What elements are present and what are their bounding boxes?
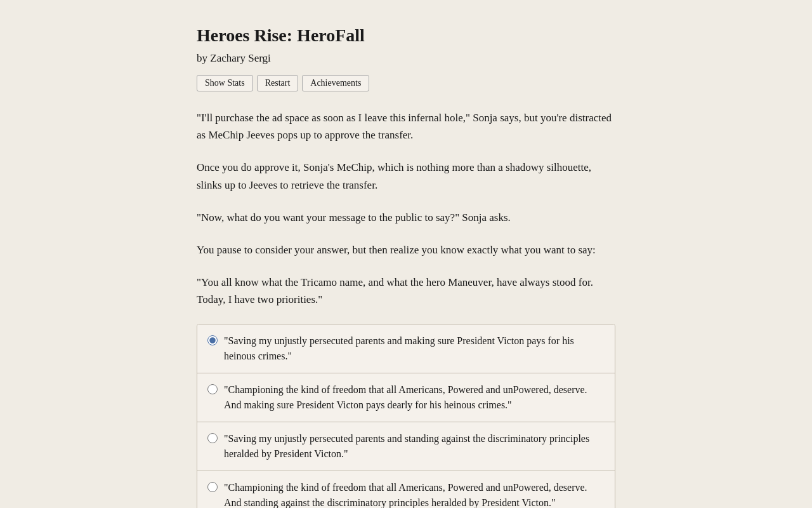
narrative-paragraph-1: "I'll purchase the ad space as soon as I…	[197, 109, 615, 144]
choice-label-2[interactable]: "Championing the kind of freedom that al…	[224, 382, 605, 413]
choice-radio-4[interactable]	[207, 482, 218, 492]
choice-radio-2[interactable]	[207, 384, 218, 394]
choice-item-2[interactable]: "Championing the kind of freedom that al…	[197, 373, 615, 422]
choice-item-1[interactable]: "Saving my unjustly persecuted parents a…	[197, 324, 615, 373]
choice-item-3[interactable]: "Saving my unjustly persecuted parents a…	[197, 422, 615, 471]
narrative-paragraph-3: "Now, what do you want your message to t…	[197, 209, 615, 226]
narrative-paragraph-4: You pause to consider your answer, but t…	[197, 241, 615, 258]
page-container: Heroes Rise: HeroFall by Zachary Sergi S…	[184, 0, 628, 508]
choice-label-1[interactable]: "Saving my unjustly persecuted parents a…	[224, 333, 605, 364]
toolbar: Show Stats Restart Achievements	[197, 75, 615, 91]
restart-button[interactable]: Restart	[257, 75, 299, 91]
choice-label-3[interactable]: "Saving my unjustly persecuted parents a…	[224, 431, 605, 462]
choice-radio-3[interactable]	[207, 433, 218, 443]
game-title: Heroes Rise: HeroFall	[197, 25, 615, 46]
narrative-paragraph-5: "You all know what the Tricamo name, and…	[197, 274, 615, 308]
author-line: by Zachary Sergi	[197, 52, 615, 65]
choice-label-4[interactable]: "Championing the kind of freedom that al…	[224, 480, 605, 509]
achievements-button[interactable]: Achievements	[302, 75, 369, 91]
narrative-paragraph-2: Once you do approve it, Sonja's MeChip, …	[197, 159, 615, 193]
choice-radio-1[interactable]	[207, 335, 218, 345]
choices-container: "Saving my unjustly persecuted parents a…	[197, 324, 615, 509]
choice-item-4[interactable]: "Championing the kind of freedom that al…	[197, 471, 615, 509]
show-stats-button[interactable]: Show Stats	[197, 75, 253, 91]
